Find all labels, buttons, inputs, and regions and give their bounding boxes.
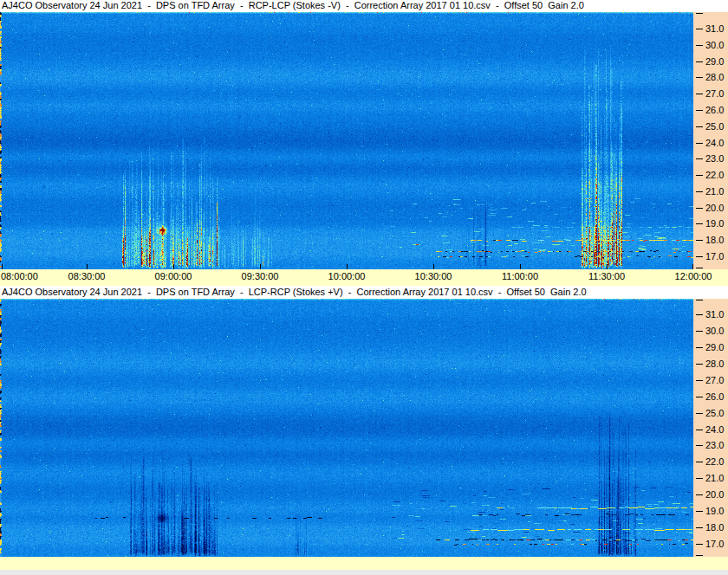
time-axis: 08:00:0008:30:0009:00:0009:30:0010:00:00… [0,269,728,286]
freq-tick [696,143,703,144]
freq-tick [696,268,703,268]
freq-tick [696,462,703,462]
freq-tick-label: 21.0 [705,187,724,197]
freq-tick [696,29,703,29]
freq-tick-label: 22.0 [705,171,724,180]
freq-tick [696,314,703,315]
freq-tick-label: 17.0 [705,252,724,262]
freq-tick [696,126,703,127]
freq-tick [696,347,703,348]
freq-tick [696,45,703,46]
freq-tick [696,511,703,512]
time-tick-label: 09:30:00 [242,271,279,282]
spectrogram2-frequency-axis: 31.030.029.028.027.026.025.024.023.022.0… [693,299,728,557]
freq-tick-label: 27.0 [705,89,724,99]
freq-tick-label: 17.0 [705,539,724,549]
time-tick-label: 09:00:00 [155,271,192,282]
freq-tick-label: 28.0 [705,359,724,369]
time-tick-label: 11:30:00 [588,271,625,282]
spectrogram2-title: AJ4CO Observatory 24 Jun 2021 - DPS on T… [0,286,728,299]
freq-tick-label: 25.0 [705,409,724,418]
freq-tick [696,445,703,446]
freq-tick [696,413,703,414]
freq-tick [696,544,703,545]
freq-tick [696,256,703,257]
freq-tick [696,208,703,209]
freq-tick [696,223,703,224]
freq-tick [696,94,703,94]
spectrogram2-plot [0,299,693,557]
freq-tick [696,300,703,300]
freq-tick [696,397,703,397]
freq-tick-label: 20.0 [705,490,724,500]
freq-tick [696,61,703,62]
freq-tick [696,364,703,365]
spectrogram1-frequency-axis: 31.030.029.028.027.026.025.024.023.022.0… [693,12,728,269]
freq-tick-label: 30.0 [705,326,724,336]
freq-tick-label: 23.0 [705,441,724,450]
freq-tick-label: 20.0 [705,204,724,213]
freq-tick [696,158,703,159]
time-tick-label: 08:30:00 [68,271,106,282]
freq-tick-label: 19.0 [705,507,724,516]
freq-tick-label: 27.0 [705,376,724,385]
freq-tick-label: 19.0 [705,219,724,229]
freq-tick-label: 21.0 [705,474,724,483]
freq-tick [696,175,703,176]
freq-tick-label: 26.0 [705,392,724,402]
freq-tick-label: 31.0 [705,24,724,34]
freq-tick-label: 18.0 [705,236,724,245]
freq-tick-label: 26.0 [705,106,724,115]
freq-tick-label: 31.0 [705,310,724,320]
freq-tick [696,13,703,14]
bottom-time-axis-clipped [0,557,728,570]
freq-tick-label: 24.0 [705,139,724,148]
dps-spectrogram-viewer: AJ4CO Observatory 24 Jun 2021 - DPS on T… [0,0,728,575]
freq-tick [696,527,703,528]
freq-tick [696,240,703,241]
freq-tick-label: 18.0 [705,523,724,533]
freq-tick [696,331,703,332]
freq-tick [696,191,703,192]
freq-tick [696,555,703,556]
freq-tick-label: 28.0 [705,73,724,82]
window-background-strip [0,570,728,575]
freq-tick-label: 22.0 [705,457,724,467]
freq-tick [696,478,703,479]
spectrogram1-plot [0,12,693,269]
freq-tick [696,110,703,111]
freq-tick [696,380,703,381]
time-tick-label: 11:00:00 [502,271,538,282]
freq-tick-label: 30.0 [705,41,724,50]
spectrogram1-title: AJ4CO Observatory 24 Jun 2021 - DPS on T… [0,0,728,12]
freq-tick-label: 24.0 [705,425,724,435]
freq-tick-label: 25.0 [705,122,724,132]
freq-tick [696,494,703,495]
time-tick-label: 12:00:00 [675,271,712,282]
time-tick-label: 10:00:00 [328,271,366,282]
time-tick-label: 08:00:00 [1,271,38,282]
freq-tick [696,430,703,430]
freq-tick [696,77,703,78]
time-tick-label: 10:30:00 [415,271,452,282]
freq-tick-label: 29.0 [705,57,724,67]
freq-tick-label: 23.0 [705,154,724,164]
freq-tick-label: 29.0 [705,343,724,352]
